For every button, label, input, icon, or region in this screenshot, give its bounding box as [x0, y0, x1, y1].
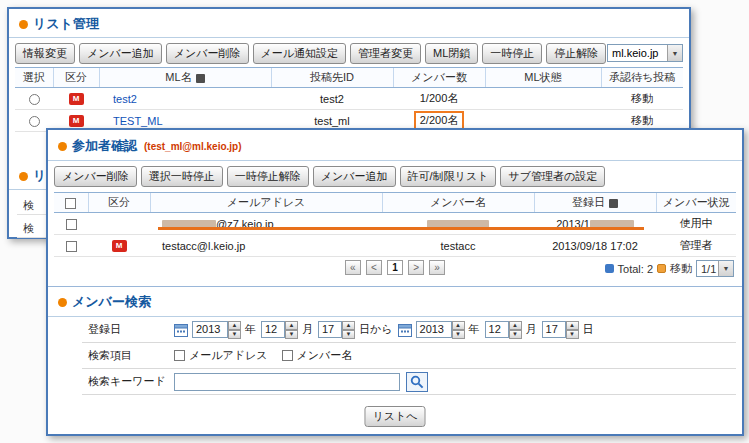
domain-select[interactable]: ml.keio.jp ▼ — [607, 44, 683, 62]
registered-date-row: 登録日 2013▲▼ 年 12▲▼ 月 17▲▼ 日から 2013▲▼ 年 12… — [82, 317, 736, 343]
stepper-up-icon[interactable]: ▲ — [452, 321, 465, 330]
next-page-button[interactable]: > — [408, 260, 424, 275]
year-from-stepper[interactable]: ▲▼ — [228, 321, 241, 338]
ml-name-link[interactable]: test2 — [113, 93, 137, 105]
column-header-ml-name: ML名 — [165, 71, 191, 83]
post-id-value: test2 — [320, 93, 344, 105]
stepper-down-icon[interactable]: ▼ — [285, 330, 298, 339]
month-from-stepper[interactable]: ▲▼ — [285, 321, 298, 338]
row-checkbox[interactable] — [66, 219, 77, 230]
move-icon — [657, 264, 666, 273]
chevron-down-icon: ▼ — [667, 45, 682, 61]
pending-posts-value: 移動 — [631, 92, 653, 104]
ml-close-button[interactable]: ML閉鎖 — [425, 43, 478, 64]
day-to-input[interactable]: 17 — [542, 321, 566, 338]
stepper-up-icon[interactable]: ▲ — [285, 321, 298, 330]
search-icon — [410, 375, 424, 389]
year-to-input[interactable]: 2013 — [416, 321, 452, 338]
suspend-button[interactable]: 一時停止 — [482, 43, 542, 64]
desktop: リスト管理 情報変更 メンバー追加 メンバー削除 メール通知設定 管理者変更 M… — [0, 0, 749, 443]
prev-page-button[interactable]: < — [366, 260, 382, 275]
row-checkbox[interactable] — [66, 241, 77, 252]
calendar-icon[interactable] — [174, 323, 188, 337]
ml-name-link[interactable]: TEST_ML — [113, 115, 163, 127]
page-select[interactable]: 1/1 ▼ — [696, 260, 734, 277]
day-from-stepper[interactable]: ▲▼ — [342, 321, 355, 338]
pending-posts-value: 移動 — [631, 114, 653, 126]
table-header-row: 選択 区分 ML名 投稿先ID メンバー数 ML状態 承認待ち投稿 — [15, 68, 683, 88]
select-radio[interactable] — [29, 116, 40, 127]
page-select-value: 1/1 — [697, 263, 718, 275]
select-radio[interactable] — [29, 94, 40, 105]
stepper-down-icon[interactable]: ▼ — [452, 330, 465, 339]
search-name-checkbox[interactable] — [282, 350, 293, 361]
column-header-registered-date: 登録日 — [572, 196, 605, 208]
search-keyword-input[interactable] — [174, 373, 400, 391]
back-to-list-button[interactable]: リストへ — [364, 406, 425, 427]
year-from-input[interactable]: 2013 — [192, 321, 228, 338]
pagination-bar: « < 1 > » Total: 2 移動 1/1 ▼ — [54, 260, 736, 278]
day-from-input[interactable]: 17 — [318, 321, 342, 338]
table-row: @z7.keio.jp 2013/1 使用中 — [54, 213, 736, 235]
privacy-redaction-line — [158, 227, 644, 230]
select-all-checkbox[interactable] — [65, 198, 76, 209]
table-header-row: 区分 メールアドレス メンバー名 登録日 メンバー状況 — [54, 193, 736, 213]
stepper-up-icon[interactable]: ▲ — [566, 321, 579, 330]
ml-badge-icon: M — [112, 240, 127, 252]
stepper-up-icon[interactable]: ▲ — [509, 321, 522, 330]
admin-change-button[interactable]: 管理者変更 — [350, 43, 421, 64]
stepper-down-icon[interactable]: ▼ — [509, 330, 522, 339]
stepper-up-icon[interactable]: ▲ — [342, 321, 355, 330]
month-to-input[interactable]: 12 — [485, 321, 509, 338]
member-add-button[interactable]: メンバー追加 — [79, 43, 162, 64]
search-button[interactable] — [406, 372, 428, 392]
member-delete-button[interactable]: メンバー削除 — [166, 43, 249, 64]
participant-ml-address: (test_ml@ml.keio.jp) — [144, 141, 242, 152]
search-email-checkbox[interactable] — [174, 350, 185, 361]
member-table: 区分 メールアドレス メンバー名 登録日 メンバー状況 @z7.keio.jp … — [54, 192, 736, 257]
select-suspend-button[interactable]: 選択一時停止 — [141, 166, 223, 187]
resume-button[interactable]: 停止解除 — [546, 43, 606, 64]
member-search-form: 登録日 2013▲▼ 年 12▲▼ 月 17▲▼ 日から 2013▲▼ 年 12… — [82, 317, 736, 395]
search-keyword-row: 検索キーワード — [82, 369, 736, 395]
ml-badge-icon: M — [69, 93, 84, 105]
section-bullet-icon — [19, 172, 28, 181]
sort-icon[interactable] — [609, 199, 618, 208]
last-page-button[interactable]: » — [429, 260, 445, 275]
sort-icon[interactable] — [196, 74, 205, 83]
domain-select-value: ml.keio.jp — [608, 47, 667, 59]
member-search-header: メンバー検索 — [58, 293, 151, 311]
clipped-label: 検 — [23, 222, 34, 234]
info-change-button[interactable]: 情報変更 — [15, 43, 75, 64]
section-bullet-icon — [58, 298, 67, 307]
month-from-input[interactable]: 12 — [261, 321, 285, 338]
sub-admin-settings-button[interactable]: サブ管理者の設定 — [500, 166, 605, 187]
suspend-release-button[interactable]: 一時停止解除 — [227, 166, 309, 187]
stepper-up-icon[interactable]: ▲ — [228, 321, 241, 330]
calendar-icon[interactable] — [398, 323, 412, 337]
member-add-button[interactable]: メンバー追加 — [313, 166, 396, 187]
day-to-stepper[interactable]: ▲▼ — [566, 321, 579, 338]
month-to-stepper[interactable]: ▲▼ — [509, 321, 522, 338]
allow-restrict-list-button[interactable]: 許可/制限リスト — [400, 166, 497, 187]
stepper-down-icon[interactable]: ▼ — [342, 330, 355, 339]
member-delete-button[interactable]: メンバー削除 — [54, 166, 137, 187]
mail-notify-settings-button[interactable]: メール通知設定 — [253, 43, 347, 64]
ml-list-table: 選択 区分 ML名 投稿先ID メンバー数 ML状態 承認待ち投稿 M test… — [15, 67, 683, 132]
first-page-button[interactable]: « — [345, 260, 361, 275]
year-to-stepper[interactable]: ▲▼ — [452, 321, 465, 338]
day-from-unit: 日から — [359, 322, 393, 337]
column-header-member-name: メンバー名 — [430, 196, 486, 208]
member-search-title: メンバー検索 — [72, 293, 151, 311]
current-page-button[interactable]: 1 — [387, 260, 403, 275]
column-header-ml-status: ML状態 — [524, 71, 561, 83]
search-email-checkbox-label: メールアドレス — [189, 348, 268, 363]
divider — [9, 37, 689, 38]
registered-date-label: 登録日 — [82, 322, 174, 337]
stepper-down-icon[interactable]: ▼ — [228, 330, 241, 339]
search-name-checkbox-label: メンバー名 — [297, 348, 353, 363]
search-keyword-label: 検索キーワード — [82, 374, 174, 389]
clipped-label: 検 — [23, 199, 34, 211]
post-id-value: test_ml — [314, 115, 349, 127]
stepper-down-icon[interactable]: ▼ — [566, 330, 579, 339]
